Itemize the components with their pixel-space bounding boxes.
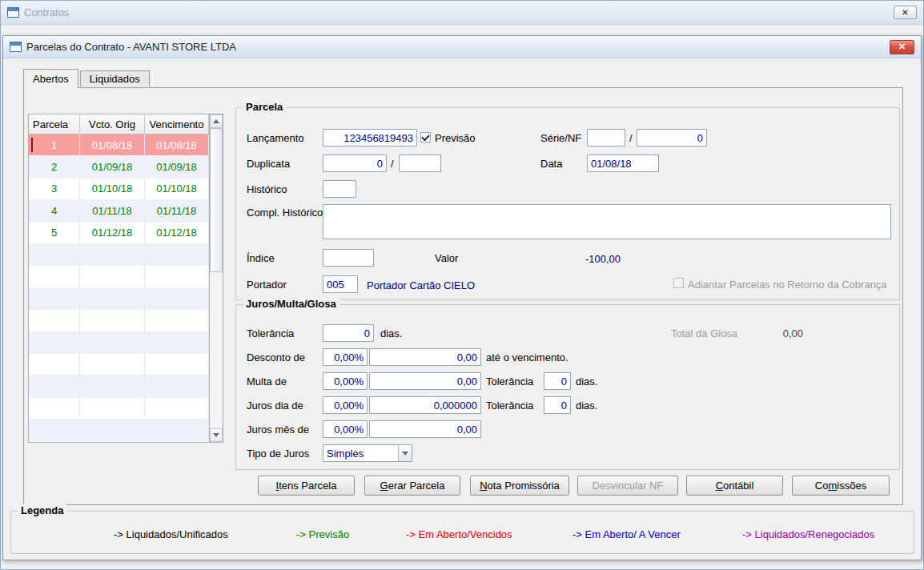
scrollbar-track[interactable]	[210, 272, 223, 428]
grid-scrollbar[interactable]	[209, 114, 223, 442]
duplicata2-input[interactable]	[399, 155, 441, 172]
juros-mes-label: Juros mês de	[247, 424, 309, 436]
cell-empty	[29, 332, 80, 353]
cell-vencimento: 01/12/18	[145, 223, 209, 243]
tab-liquidados[interactable]: Liquidados	[80, 70, 150, 86]
indice-input[interactable]	[323, 249, 374, 267]
scrollbar-up-button[interactable]	[210, 114, 223, 128]
data-label: Data	[540, 159, 562, 170]
desvincular-nf-button: Desvincular NF	[577, 476, 678, 496]
group-parcela-title: Parcela	[243, 101, 286, 113]
juros-dia-tolerancia-input[interactable]	[544, 396, 571, 414]
lancamento-input[interactable]	[323, 129, 417, 147]
row-cursor-icon	[31, 138, 33, 152]
legend-item-em-aberto-a-vencer: -> Em Aberto/ A Vencer	[572, 528, 681, 540]
scrollbar-down-button[interactable]	[210, 428, 223, 442]
cell-parcela: 3	[29, 179, 80, 199]
serie-input[interactable]	[587, 129, 625, 147]
total-glosa-label: Total da Glosa	[671, 328, 737, 339]
juros-mes-percent-input[interactable]	[323, 420, 368, 438]
tolerancia-label: Tolerância	[247, 328, 294, 339]
dialog-titlebar[interactable]: Parcelas do Contrato - AVANTI STORE LTDA…	[3, 36, 921, 58]
compl-historico-textarea[interactable]	[323, 204, 891, 239]
column-header-vencimento: Vencimento	[145, 114, 209, 134]
juros-dia-tolerancia-label: Tolerância	[486, 400, 533, 411]
tolerancia-input[interactable]	[323, 324, 374, 342]
multa-tolerancia-input[interactable]	[544, 372, 571, 390]
table-row[interactable]: 3 01/10/18 01/10/18	[29, 179, 209, 200]
nf-input[interactable]	[637, 129, 707, 147]
group-juros-multa-glosa: Juros/Multa/Glosa Tolerância dias. Total…	[235, 304, 900, 470]
desconto-valor-input[interactable]	[369, 348, 481, 366]
contratos-titlebar[interactable]: Contratos ✕	[1, 1, 923, 25]
scrollbar-thumb[interactable]	[210, 128, 223, 272]
juros-dia-valor-input[interactable]	[369, 396, 481, 414]
tab-bar: Abertos Liquidados	[23, 69, 151, 87]
cell-parcela: 4	[29, 200, 80, 221]
column-header-vcto-orig: Vcto. Orig	[80, 114, 145, 134]
cell-empty	[29, 288, 80, 309]
portador-input[interactable]	[323, 275, 358, 293]
cell-empty	[80, 375, 145, 396]
contratos-window-title: Contratos	[24, 6, 69, 18]
multa-label: Multa de	[247, 376, 287, 387]
valor-label: Valor	[435, 253, 458, 264]
group-legenda: Legenda -> Liquidados/Unificados -> Prev…	[10, 511, 914, 554]
juros-dia-suffix: dias.	[576, 400, 597, 411]
juros-dia-label: Juros dia de	[247, 400, 303, 411]
parcelas-grid: Parcela Vcto. Orig Vencimento 1 01/08/18…	[28, 114, 223, 443]
legend-item-em-aberto-vencidos: -> Em Aberto/Vencidos	[406, 528, 512, 540]
itens-parcela-button[interactable]: Itens Parcela	[258, 476, 355, 496]
portador-label: Portador	[247, 279, 287, 291]
juros-mes-valor-input[interactable]	[369, 420, 481, 438]
duplicata-input[interactable]	[323, 155, 387, 172]
tolerancia-suffix: dias.	[380, 328, 402, 339]
table-row[interactable]: 5 01/12/18 01/12/18	[29, 223, 209, 244]
table-row[interactable]: 4 01/11/18 01/11/18	[29, 200, 209, 222]
cell-parcela: 5	[29, 223, 80, 243]
dropdown-button[interactable]	[398, 445, 412, 461]
adiantar-checkbox	[673, 278, 684, 288]
grid-body: Parcela Vcto. Orig Vencimento 1 01/08/18…	[29, 114, 209, 442]
cell-empty	[80, 266, 145, 287]
comissoes-button[interactable]: Comissões	[792, 476, 890, 496]
table-row-empty	[29, 398, 209, 419]
chevron-down-icon	[402, 452, 408, 456]
contratos-close-button[interactable]: ✕	[894, 6, 917, 19]
cell-empty	[80, 244, 145, 265]
cell-vcto-orig: 01/11/18	[80, 200, 145, 221]
gerar-parcela-button[interactable]: Gerar Parcela	[364, 476, 460, 496]
cell-empty	[80, 310, 145, 331]
portador-name: Portador Cartão CIELO	[367, 279, 475, 291]
dialog-close-button[interactable]: ✕	[890, 40, 914, 54]
cell-empty	[145, 354, 209, 375]
column-header-parcela: Parcela	[29, 114, 80, 134]
cell-empty	[145, 332, 209, 353]
multa-valor-input[interactable]	[369, 372, 481, 390]
contabil-button[interactable]: Contábil	[686, 476, 783, 496]
serie-nf-separator: /	[629, 133, 633, 144]
legenda-title: Legenda	[18, 504, 66, 516]
tipo-juros-select[interactable]: Simples	[323, 444, 412, 462]
previsao-checkbox[interactable]	[420, 132, 431, 142]
cell-vencimento: 01/08/18	[145, 134, 209, 155]
dialog-title: Parcelas do Contrato - AVANTI STORE LTDA	[26, 41, 236, 53]
tab-abertos[interactable]: Abertos	[23, 69, 78, 88]
nota-promissoria-button[interactable]: Nota Promissória	[470, 476, 569, 496]
multa-percent-input[interactable]	[323, 372, 368, 390]
multa-suffix: dias.	[576, 376, 597, 387]
multa-tolerancia-label: Tolerância	[486, 376, 533, 387]
desconto-percent-input[interactable]	[323, 348, 368, 366]
data-input[interactable]	[587, 155, 659, 172]
previsao-label: Previsão	[435, 133, 476, 144]
table-row[interactable]: 2 01/09/18 01/09/18	[29, 156, 209, 178]
cell-empty	[29, 375, 80, 396]
table-row-selected[interactable]: 1 01/08/18 01/08/18	[29, 134, 209, 156]
grid-header: Parcela Vcto. Orig Vencimento	[29, 114, 209, 134]
juros-dia-percent-input[interactable]	[323, 396, 368, 414]
historico-input[interactable]	[323, 180, 356, 198]
cell-empty	[29, 398, 80, 419]
cell-empty	[80, 398, 145, 419]
total-glosa-value: 0,00	[758, 328, 803, 339]
duplicata-separator: /	[391, 159, 394, 170]
